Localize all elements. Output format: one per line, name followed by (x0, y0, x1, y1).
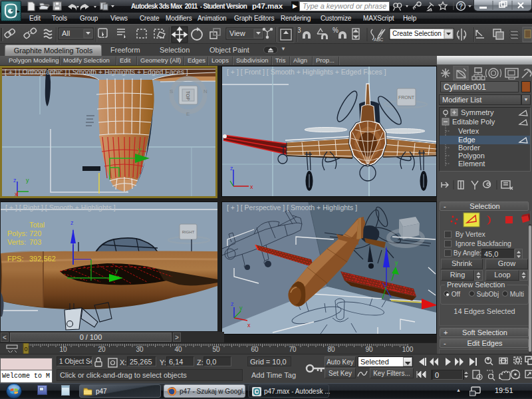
svg-text:?: ? (459, 3, 463, 10)
svg-text:z: z (231, 301, 234, 307)
svg-text:70: 70 (289, 346, 297, 353)
svg-text:FPS:: FPS: (7, 255, 23, 263)
svg-text:3: 3 (297, 27, 301, 34)
svg-text:y: y (395, 259, 398, 266)
svg-text:z: z (13, 177, 17, 184)
svg-text:Polygon: Polygon (458, 152, 485, 160)
svg-text:x: x (247, 322, 251, 329)
svg-text:y: y (115, 267, 118, 274)
svg-text:Verts:: Verts: (7, 238, 26, 246)
svg-text:720: 720 (29, 229, 41, 237)
svg-text:10: 10 (59, 346, 67, 353)
svg-text:30: 30 (136, 346, 144, 353)
svg-text:20: 20 (98, 346, 106, 353)
svg-text:z: z (70, 219, 74, 226)
svg-text:All: All (62, 29, 70, 37)
svg-text:Vertex: Vertex (458, 127, 479, 135)
svg-text:80: 80 (327, 346, 335, 353)
svg-text:Border: Border (458, 144, 480, 152)
svg-text:%: % (332, 27, 338, 34)
svg-text:y: y (138, 146, 141, 154)
svg-text:392,562: 392,562 (29, 255, 56, 263)
svg-text:Edge: Edge (458, 136, 475, 144)
svg-text:z: z (230, 165, 233, 172)
svg-text:N: N (203, 88, 207, 94)
svg-text:View: View (229, 29, 245, 37)
svg-text:E: E (186, 111, 190, 117)
svg-text:703: 703 (29, 238, 41, 246)
svg-text:Create Selection Se: Create Selection Se (392, 30, 452, 37)
svg-text:90: 90 (365, 346, 373, 353)
svg-text:60: 60 (251, 346, 259, 353)
svg-text:S: S (170, 88, 173, 94)
svg-text:50: 50 (212, 346, 220, 353)
svg-text:x: x (15, 191, 18, 196)
svg-text:RIGHT: RIGHT (182, 230, 195, 234)
svg-text:y: y (26, 177, 29, 184)
svg-text:Element: Element (458, 160, 485, 168)
svg-text:Symmetry: Symmetry (461, 108, 494, 116)
svg-text:ABC: ABC (374, 37, 383, 42)
svg-text:x: x (250, 184, 253, 190)
svg-text:TOP: TOP (186, 91, 190, 101)
svg-text:y: y (239, 305, 243, 311)
svg-text:0: 0 (24, 346, 27, 352)
svg-text:Polys:: Polys: (7, 229, 27, 237)
svg-text:Editable Poly: Editable Poly (452, 118, 495, 126)
svg-text:40: 40 (174, 346, 182, 353)
svg-text:Total: Total (29, 221, 45, 229)
svg-text:FRONT: FRONT (398, 95, 415, 100)
svg-text:100: 100 (402, 346, 414, 353)
